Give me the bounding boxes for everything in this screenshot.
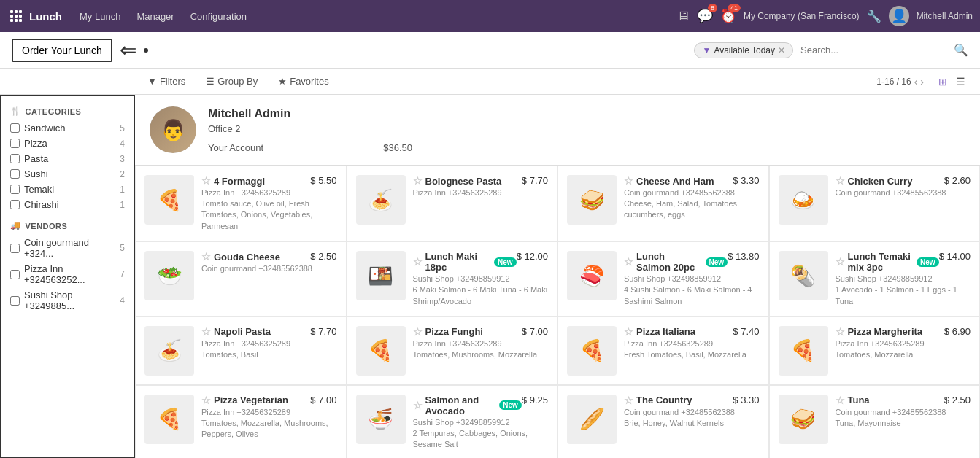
product-card[interactable]: 🍕 ☆ Pizza Italiana $ 7.40 Pizza Inn +324… (557, 317, 769, 385)
sidebar-item-sushi-shop[interactable]: Sushi Shop +3249885... 4 (1, 287, 134, 314)
sidebar-item-pizza[interactable]: Pizza 4 (1, 136, 134, 151)
chip-close-icon[interactable]: ✕ (778, 45, 785, 55)
prev-page-button[interactable]: ‹ (914, 76, 918, 88)
app-grid-icon[interactable] (7, 7, 25, 25)
star-icon[interactable]: ☆ (836, 326, 845, 338)
pizza-checkbox[interactable] (10, 139, 20, 148)
product-card[interactable]: 🍕 ☆ Pizza Vegetarian $ 7.00 Pizza Inn +3… (135, 385, 347, 458)
product-card[interactable]: 🥖 ☆ The Country $ 3.30 Coin gourmand +32… (557, 385, 769, 458)
nav-configuration[interactable]: Configuration (183, 8, 254, 25)
star-icon[interactable]: ☆ (201, 326, 211, 338)
product-vendor: Pizza Inn +32456325289 (201, 339, 337, 348)
sandwich-checkbox[interactable] (10, 123, 20, 133)
star-icon[interactable]: ☆ (624, 175, 633, 187)
star-icon[interactable]: ☆ (201, 175, 211, 187)
product-name: Lunch Salmon 20pc (636, 251, 700, 273)
coin-gourmand-label: Coin gourmand +324... (24, 237, 115, 259)
back-arrow-icon[interactable]: ⇐ (120, 38, 136, 62)
temaki-checkbox[interactable] (10, 185, 20, 194)
product-details: ☆ Napoli Pasta $ 7.70 Pizza Inn +3245632… (201, 326, 337, 376)
sidebar-item-pasta[interactable]: Pasta 3 (1, 151, 134, 166)
star-icon[interactable]: ☆ (413, 326, 423, 338)
product-card[interactable]: 🍝 ☆ Napoli Pasta $ 7.70 Pizza Inn +32456… (135, 317, 347, 385)
star-icon[interactable]: ☆ (836, 395, 845, 406)
favorites-button[interactable]: ★ Favorites (274, 74, 333, 89)
sidebar-item-chirashi[interactable]: Chirashi 1 (1, 197, 134, 212)
product-card[interactable]: 🍱 ☆ Lunch Maki 18pc New $ 12.00 Sushi Sh… (347, 241, 558, 317)
vendors-section-title: 🚚 VENDORS (1, 218, 134, 235)
product-card[interactable]: 🍛 ☆ Chicken Curry $ 2.60 Coin gourmand +… (769, 166, 981, 241)
avatar[interactable]: 👤 (889, 6, 909, 26)
product-price: $ 2.50 (944, 395, 971, 405)
tools-icon[interactable]: 🔧 (867, 9, 881, 23)
order-lunch-button[interactable]: Order Your Lunch (12, 39, 112, 62)
sushi-count: 2 (120, 169, 125, 179)
filter-row: ▼ Filters ☰ Group By ★ Favorites 1-16 / … (0, 69, 980, 95)
product-card[interactable]: 🍕 ☆ Pizza Margherita $ 6.90 Pizza Inn +3… (769, 317, 981, 385)
star-icon[interactable]: ☆ (624, 256, 633, 268)
fork-icon: 🍴 (10, 106, 21, 116)
chat-icon[interactable]: 💬 8 (697, 8, 713, 24)
product-card[interactable]: 🍕 ☆ Pizza Funghi $ 7.00 Pizza Inn +32456… (347, 317, 558, 385)
sidebar-item-sushi[interactable]: Sushi 2 (1, 166, 134, 182)
product-card[interactable]: 🍝 ☆ Bolognese Pasta $ 7.70 Pizza Inn +32… (347, 166, 558, 241)
filters-button[interactable]: ▼ Filters (143, 74, 190, 89)
product-vendor: Coin gourmand +32485562388 (624, 188, 760, 197)
nav-my-lunch[interactable]: My Lunch (72, 8, 128, 25)
product-title: ☆ Pizza Funghi (413, 326, 483, 338)
screen-icon[interactable]: 🖥 (676, 9, 690, 24)
product-card[interactable]: 🥪 ☆ Cheese And Ham $ 3.30 Coin gourmand … (557, 166, 769, 241)
star-icon[interactable]: ☆ (836, 256, 845, 268)
clock-icon[interactable]: ⏰ 41 (720, 8, 736, 24)
product-header: ☆ Lunch Maki 18pc New $ 12.00 (413, 251, 549, 273)
product-price: $ 9.25 (522, 395, 548, 405)
product-card[interactable]: 🍕 ☆ 4 Formaggi $ 5.50 Pizza Inn +3245632… (135, 166, 347, 241)
product-card[interactable]: 🌯 ☆ Lunch Temaki mix 3pc New $ 14.00 Sus… (769, 241, 981, 317)
product-name: Pizza Funghi (425, 326, 483, 337)
sidebar-item-sandwich[interactable]: Sandwich 5 (1, 120, 134, 136)
user-office: Office 2 (208, 123, 412, 139)
account-balance: $36.50 (383, 142, 412, 153)
search-input[interactable] (800, 44, 946, 55)
sidebar-item-coin-gourmand[interactable]: Coin gourmand +324... 5 (1, 235, 134, 261)
group-by-button[interactable]: ☰ Group By (201, 74, 262, 89)
product-price: $ 3.30 (733, 175, 759, 186)
available-today-chip[interactable]: ▼ Available Today ✕ (694, 42, 793, 58)
sushi-checkbox[interactable] (10, 169, 20, 179)
star-icon[interactable]: ☆ (413, 400, 423, 411)
sidebar-item-temaki[interactable]: Temaki 1 (1, 182, 134, 197)
pasta-checkbox[interactable] (10, 154, 20, 163)
product-price: $ 13.80 (728, 251, 759, 262)
sidebar-item-pizza-inn[interactable]: Pizza Inn +324563252... 7 (1, 261, 134, 287)
star-icon[interactable]: ☆ (413, 175, 423, 187)
main-layout: 🍴 CATEGORIES Sandwich 5 Pizza 4 Pasta 3 … (0, 95, 980, 458)
product-card[interactable]: 🥪 ☆ Tuna $ 2.50 Coin gourmand +324855623… (769, 385, 981, 458)
chirashi-checkbox[interactable] (10, 200, 20, 209)
product-card[interactable]: 🥗 ☆ Gouda Cheese $ 2.50 Coin gourmand +3… (135, 241, 347, 317)
sidebar: 🍴 CATEGORIES Sandwich 5 Pizza 4 Pasta 3 … (0, 95, 135, 458)
product-name: Lunch Maki 18pc (425, 251, 489, 273)
avatar-face: 👨 (150, 106, 196, 153)
pizza-inn-checkbox[interactable] (10, 270, 20, 279)
next-page-button[interactable]: › (920, 76, 924, 88)
star-icon[interactable]: ☆ (413, 256, 423, 268)
product-card[interactable]: 🍜 ☆ Salmon and Avocado New $ 9.25 Sushi … (347, 385, 558, 458)
product-card[interactable]: 🍣 ☆ Lunch Salmon 20pc New $ 13.80 Sushi … (557, 241, 769, 317)
search-icon[interactable]: 🔍 (954, 43, 968, 57)
star-icon[interactable]: ☆ (201, 251, 211, 263)
star-icon[interactable]: ☆ (201, 395, 211, 406)
star-icon[interactable]: ☆ (624, 326, 633, 338)
nav-manager[interactable]: Manager (129, 8, 181, 25)
sandwich-count: 5 (120, 123, 125, 133)
group-by-icon: ☰ (206, 76, 215, 87)
sushi-shop-checkbox[interactable] (10, 296, 20, 306)
coin-gourmand-checkbox[interactable] (10, 244, 20, 253)
grid-view-button[interactable]: ⊞ (935, 74, 950, 89)
star-icon[interactable]: ☆ (624, 395, 633, 406)
list-view-button[interactable]: ☰ (953, 74, 968, 89)
product-image: 🍱 (356, 251, 406, 300)
favorites-label: Favorites (290, 76, 328, 87)
star-icon[interactable]: ☆ (836, 175, 845, 187)
product-desc: 1 Avocado - 1 Salmon - 1 Eggs - 1 Tuna (836, 284, 971, 307)
product-header: ☆ Pizza Vegetarian $ 7.00 (201, 395, 337, 406)
